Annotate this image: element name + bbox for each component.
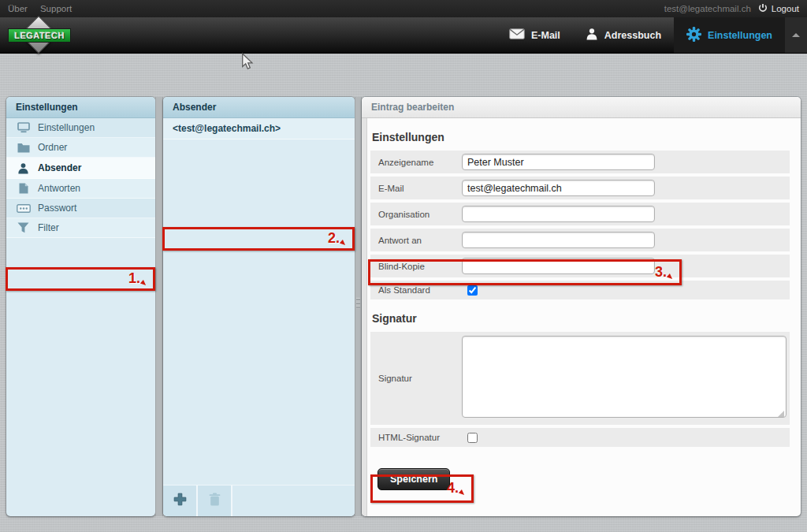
nav-dropdown-caret[interactable]: [785, 17, 807, 53]
antwort-an-field[interactable]: [462, 232, 655, 248]
document-icon: [16, 183, 31, 194]
form-row-als-standard: Als Standard: [370, 281, 790, 299]
about-link[interactable]: Über: [8, 4, 28, 13]
form-row-organisation: Organisation: [370, 203, 790, 225]
sender-list-title: Absender: [163, 97, 355, 118]
email-field[interactable]: [462, 180, 655, 196]
html-signatur-checkbox[interactable]: [467, 433, 478, 443]
form-row-antwort-an: Antwort an: [370, 229, 790, 251]
settings-nav-panel: Einstellungen Einstellungen Ordner: [6, 97, 155, 516]
sender-list-toolbar: [163, 485, 355, 516]
webmail-settings-page: Über Support test@legatechmail.ch Logout…: [0, 0, 807, 532]
monitor-icon: [16, 122, 31, 133]
panel-splitter-resize[interactable]: [355, 97, 362, 516]
sidebar-item-passwort[interactable]: Passwort: [6, 199, 155, 218]
delete-sender-button[interactable]: [198, 485, 232, 516]
nav-item-email[interactable]: E-Mail: [496, 17, 573, 53]
sidebar-item-einstellungen[interactable]: Einstellungen: [6, 118, 155, 138]
funnel-icon: [16, 222, 31, 233]
als-standard-checkbox[interactable]: [467, 285, 478, 296]
sidebar-item-ordner[interactable]: Ordner: [6, 138, 155, 158]
logout-button[interactable]: Logout: [758, 3, 799, 15]
section-signatur: Signatur: [372, 312, 790, 325]
main-nav-bar: LEGATECH E-Mail Adressbuch Einstellungen: [0, 17, 807, 54]
form-row-html-signatur: HTML-Signatur: [370, 428, 790, 447]
splitter-grip-icon: [356, 296, 360, 310]
form-row-blind-kopie: Blind-Kopie: [370, 255, 790, 277]
signature-textarea[interactable]: [462, 336, 787, 418]
blind-kopie-field[interactable]: [462, 258, 655, 274]
workspace-background: Einstellungen Einstellungen Ordner: [0, 54, 807, 532]
password-icon: [16, 204, 31, 213]
organisation-field[interactable]: [462, 206, 655, 222]
add-icon: [173, 493, 187, 509]
sidebar-item-filter[interactable]: Filter: [6, 218, 155, 238]
form-row-email: E-Mail: [370, 177, 790, 199]
settings-nav-title: Einstellungen: [6, 97, 155, 118]
folder-icon: [16, 143, 31, 153]
nav-item-adressbuch[interactable]: Adressbuch: [573, 17, 674, 53]
person-icon: [586, 28, 598, 43]
sender-list-panel: Absender <test@legatechmail.ch>: [163, 97, 355, 516]
sidebar-item-absender[interactable]: Absender: [6, 158, 155, 179]
gear-icon: [686, 27, 701, 44]
entry-editor-panel: Eintrag bearbeiten Einstellungen Anzeige…: [362, 97, 801, 516]
trash-icon: [209, 493, 221, 509]
section-einstellungen: Einstellungen: [372, 131, 790, 143]
speichern-button[interactable]: Speichern: [377, 468, 450, 490]
logo-banner: LEGATECH: [8, 28, 71, 43]
add-sender-button[interactable]: [163, 485, 198, 516]
sender-list-item[interactable]: <test@legatechmail.ch>: [163, 118, 355, 140]
editor-left-gutter: [362, 118, 367, 516]
power-icon: [758, 3, 768, 15]
envelope-icon: [509, 28, 525, 42]
form-row-signatur: Signatur: [370, 332, 790, 425]
anzeigename-field[interactable]: [462, 154, 655, 170]
sidebar-item-antworten[interactable]: Antworten: [6, 179, 155, 199]
panel-splitter[interactable]: [155, 97, 163, 516]
logged-in-email: test@legatechmail.ch: [664, 4, 751, 13]
form-row-anzeigename: Anzeigename: [370, 151, 790, 173]
user-icon: [16, 162, 31, 174]
resize-grip-icon[interactable]: [778, 411, 784, 417]
editor-title: Eintrag bearbeiten: [362, 97, 801, 118]
chevron-up-icon: [792, 33, 800, 37]
brand-logo[interactable]: LEGATECH: [8, 19, 71, 52]
utility-bar: Über Support test@legatechmail.ch Logout: [0, 0, 807, 17]
nav-item-einstellungen[interactable]: Einstellungen: [674, 17, 785, 53]
support-link[interactable]: Support: [40, 4, 72, 13]
